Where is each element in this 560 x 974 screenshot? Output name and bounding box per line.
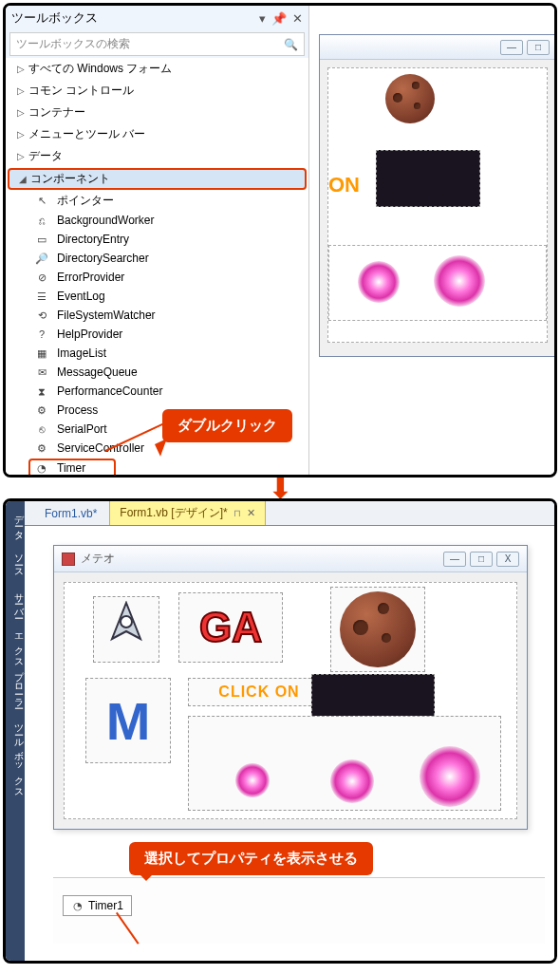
category-common-controls[interactable]: ▷コモン コントロール [6,80,308,102]
form-window[interactable]: メテオ — □ X GA [53,545,528,830]
callout-show-properties: 選択してプロパティを表示させる [129,842,373,875]
ship-icon [103,601,150,658]
callout-double-click: ダブルクリック [162,409,292,442]
category-all-windows-forms[interactable]: ▷すべての Windows フォーム [6,58,308,80]
maximize-button[interactable]: □ [527,40,550,55]
toolbox-item-timer[interactable]: ◔Timer [28,459,116,476]
imagelist-icon: ▦ [34,346,49,361]
minimize-button[interactable]: — [443,552,466,567]
planet-sprite [385,74,435,123]
toolbox-item-imagelist[interactable]: ▦ImageList [6,344,308,363]
space-sprite [376,150,480,207]
picturebox-m-text[interactable]: M [85,678,171,763]
tab-code[interactable]: Form1.vb* [34,502,107,525]
chevron-right-icon: ▷ [17,64,25,74]
chevron-right-icon: ▷ [17,129,25,140]
chevron-right-icon: ▷ [17,85,25,96]
chevron-right-icon: ▷ [17,107,25,118]
down-arrow-icon: ⬇ [0,478,560,497]
category-components[interactable]: ◢コンポーネント [8,168,307,190]
toolbox-titlebar: ツールボックス ▾ 📌 ✕ [6,6,308,30]
tab-designer[interactable]: Form1.vb [デザイン]* ⊓ ✕ [109,500,265,525]
vs-side-tabs[interactable]: データ ソース サーバー エクスプローラー ツールボックス [6,501,25,961]
toolbox-item-backgroundworker[interactable]: ⎌BackgroundWorker [6,211,308,230]
toolbox-item-helpprovider[interactable]: ?HelpProvider [6,325,308,344]
pointer-icon: ↖ [34,194,49,209]
star-sprite [235,763,270,797]
designer-peek: — □ ON [309,6,557,477]
toolbox-item-filesystemwatcher[interactable]: ⟲FileSystemWatcher [6,306,308,325]
error-icon: ⊘ [34,270,49,285]
close-button[interactable]: X [496,552,519,567]
star-sprite [358,261,400,303]
toolbox-panel: ツールボックス ▾ 📌 ✕ ツールボックスの検索 🔍 ▷すべての Windows… [6,6,309,477]
form-canvas-peek: ON [327,67,548,343]
star-sprite [434,255,485,307]
help-icon: ? [34,327,49,342]
picturebox-click-on[interactable]: CLICK ON [188,678,330,706]
search-placeholder: ツールボックスの検索 [16,36,130,52]
document-tabs: Form1.vb* Form1.vb [デザイン]* ⊓ ✕ [25,501,554,526]
bgworker-icon: ⎌ [34,213,49,228]
toolbox-title: ツールボックス [11,9,98,27]
maximize-button[interactable]: □ [470,552,493,567]
vs-main-area: Form1.vb* Form1.vb [デザイン]* ⊓ ✕ メテオ — □ X [25,501,554,961]
form-titlebar-peek: — □ [320,35,555,60]
pin-icon[interactable]: 📌 [271,11,287,26]
tray-item-timer1[interactable]: ◔ Timer1 [63,895,132,916]
form-titlebar: メテオ — □ X [54,546,527,572]
process-icon: ⚙ [34,403,49,418]
category-data[interactable]: ▷データ [6,145,308,167]
toolbox-item-eventlog[interactable]: ☰EventLog [6,287,308,306]
serialport-icon: ⎋ [34,421,49,437]
planet-icon [340,591,416,667]
picturebox-ga-text[interactable]: GA [178,592,283,663]
category-containers[interactable]: ▷コンテナー [6,102,308,123]
toolbox-item-directoryentry[interactable]: ▭DirectoryEntry [6,230,308,249]
eventlog-icon: ☰ [34,289,49,304]
picturebox-ship[interactable] [93,596,159,663]
perfcounter-icon: ⧗ [34,384,49,399]
close-icon[interactable]: ✕ [247,507,255,519]
close-icon[interactable]: ✕ [292,11,303,26]
timer-icon: ◔ [34,460,49,476]
form-title: メテオ [81,551,115,567]
chevron-right-icon: ▷ [17,151,25,161]
dropdown-icon[interactable]: ▾ [259,11,266,26]
designer-surface[interactable]: メテオ — □ X GA [25,526,554,961]
servicecontroller-icon: ⚙ [34,440,49,456]
directory-entry-icon: ▭ [34,232,49,247]
picturebox-planet[interactable] [330,587,425,672]
svg-point-1 [121,616,132,627]
form-icon [62,553,75,566]
toolbox-search[interactable]: ツールボックスの検索 🔍 [9,32,305,56]
star-sprite [420,746,480,807]
toolbox-item-errorprovider[interactable]: ⊘ErrorProvider [6,268,308,287]
category-menus-toolbars[interactable]: ▷メニューとツール バー [6,123,308,145]
search-icon: 🔍 [284,38,298,51]
stars-container [328,245,547,321]
timer-icon: ◔ [71,899,84,912]
toolbox-item-performancecounter[interactable]: ⧗PerformanceCounter [6,382,308,401]
fswatcher-icon: ⟲ [34,308,49,323]
toolbox-item-pointer[interactable]: ↖ポインター [6,191,308,211]
component-tray[interactable]: ◔ Timer1 [53,877,545,944]
star-sprite [330,759,374,803]
messagequeue-icon: ✉ [34,365,49,380]
toolbox-item-directorysearcher[interactable]: 🔎DirectorySearcher [6,249,308,268]
chevron-down-icon: ◢ [19,174,27,184]
directory-searcher-icon: 🔎 [34,251,49,266]
on-text-sprite: ON [328,173,360,197]
form-window-peek: — □ ON [319,34,556,357]
form-canvas[interactable]: GA M CLICK ON [64,582,517,819]
toolbox-item-messagequeue[interactable]: ✉MessageQueue [6,363,308,382]
pin-icon[interactable]: ⊓ [233,508,241,518]
minimize-button[interactable]: — [500,40,523,55]
